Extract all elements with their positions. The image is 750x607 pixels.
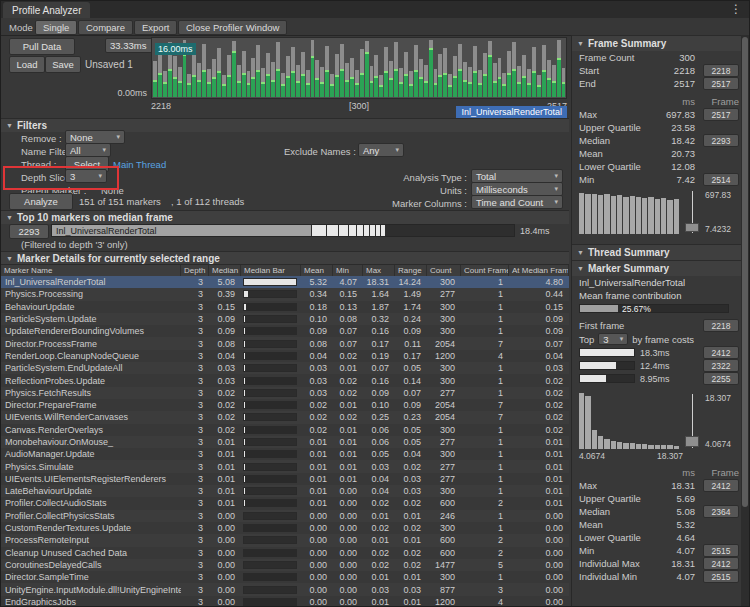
vertical-scrollbar[interactable] — [741, 35, 749, 607]
frame-button[interactable]: 2517 — [703, 77, 739, 90]
table-row[interactable]: Cleanup Unused Cached Data30.000.000.000… — [1, 547, 569, 559]
top-n-dropdown[interactable]: 3 ▾ — [598, 333, 628, 345]
table-row[interactable]: Director.SampleTime30.000.000.000.010.01… — [1, 571, 569, 583]
selected-marker-bar — [315, 78, 319, 97]
frame-button[interactable]: 2514 — [703, 173, 739, 186]
table-row[interactable]: UIEvents.WillRenderCanvases30.020.020.02… — [1, 411, 569, 423]
table-row[interactable]: ParticleSystem.EndUpdateAll30.030.030.01… — [1, 362, 569, 374]
table-row[interactable]: EndGraphicsJobs30.000.000.000.010.011200… — [1, 596, 569, 607]
top10-filter-note: (Filtered to depth '3' only) — [21, 239, 128, 250]
export-button[interactable]: Export — [134, 20, 177, 35]
table-row[interactable]: Inl_UniversalRenderTotal35.085.324.0718.… — [1, 276, 569, 288]
column-header[interactable]: Range — [395, 265, 427, 276]
selected-marker-bar — [261, 82, 265, 97]
frame-button[interactable]: 2293 — [9, 224, 49, 239]
kebab-menu-icon[interactable]: ⋮ — [730, 2, 742, 16]
table-row[interactable]: Physics.FetchResults30.020.030.020.090.0… — [1, 387, 569, 399]
table-row[interactable]: AudioManager.Update30.010.010.010.050.04… — [1, 448, 569, 460]
column-header[interactable]: Median Bar — [241, 265, 301, 276]
frame-button[interactable]: 2517 — [703, 108, 739, 121]
load-button[interactable]: Load — [9, 56, 45, 73]
table-row[interactable]: Profiler.CollectAudioStats30.010.010.000… — [1, 497, 569, 509]
table-row[interactable]: Canvas.RenderOverlays30.020.020.010.060.… — [1, 424, 569, 436]
units-dropdown[interactable]: Milliseconds ▾ — [471, 182, 563, 196]
value-cell: 0.00 — [209, 535, 241, 545]
mode-single-button[interactable]: Single — [35, 20, 77, 35]
column-header[interactable]: Min — [333, 265, 363, 276]
x-start-label: 2218 — [151, 101, 171, 111]
frame-button[interactable]: 2255 — [703, 372, 739, 385]
scrollbar-thumb[interactable] — [742, 37, 748, 507]
table-row[interactable]: Physics.Simulate30.010.010.010.030.02277… — [1, 460, 569, 472]
mode-compare-button[interactable]: Compare — [78, 20, 133, 35]
frame-button[interactable]: 2322 — [703, 359, 739, 372]
frame-summary-row: Upper Quartile23.58 — [572, 121, 743, 134]
frame-button[interactable]: 2515 — [703, 544, 739, 557]
column-header[interactable]: Depth — [181, 265, 209, 276]
save-button[interactable]: Save — [45, 56, 81, 73]
remove-dropdown[interactable]: None ▾ — [65, 130, 125, 144]
analyze-button[interactable]: Analyze — [9, 193, 73, 210]
table-row[interactable]: UIEvents.UIElementsRegisterRenderers30.0… — [1, 473, 569, 485]
table-row[interactable]: Director.PrepareFrame30.020.020.010.100.… — [1, 399, 569, 411]
column-header[interactable]: At Median Frame — [509, 265, 569, 276]
table-row[interactable]: CoroutinesDelayedCalls30.000.000.000.020… — [1, 559, 569, 571]
pull-data-button[interactable]: Pull Data — [9, 38, 75, 55]
analysis-type-dropdown[interactable]: Total ▾ — [471, 169, 563, 183]
frame-summary-row: End25172517 — [572, 77, 743, 90]
column-header[interactable]: Mean — [301, 265, 333, 276]
column-header[interactable]: Count Frame — [461, 265, 509, 276]
frame-button[interactable]: 2218 — [703, 64, 739, 77]
top10-segment — [357, 225, 363, 236]
value-cell: 0.02 — [363, 523, 395, 533]
depth-slice-dropdown[interactable]: 3 ▾ — [65, 169, 107, 183]
frame-button[interactable]: 2218 — [703, 319, 739, 332]
table-row[interactable]: ReflectionProbes.Update30.030.030.020.16… — [1, 374, 569, 386]
top10-foldout[interactable]: ▼ Top 10 markers on median frame — [1, 210, 569, 224]
value-cell: 0.02 — [333, 376, 363, 386]
marker-name-cell: UIEvents.WillRenderCanvases — [1, 412, 181, 422]
table-row[interactable]: UpdateRendererBoundingVolumes30.090.090.… — [1, 325, 569, 337]
table-row[interactable]: RenderLoop.CleanupNodeQueue30.040.040.02… — [1, 350, 569, 362]
thread-summary-foldout[interactable]: ▼ Thread Summary — [572, 244, 743, 260]
table-row[interactable]: LateBehaviourUpdate30.010.010.000.040.03… — [1, 485, 569, 497]
exclude-names-dropdown[interactable]: Any ▾ — [358, 143, 404, 157]
selected-marker-bar — [552, 81, 556, 97]
marker-details-foldout[interactable]: ▼ Marker Details for currently selected … — [1, 251, 569, 265]
column-header[interactable]: Max — [363, 265, 395, 276]
marker-summary-foldout[interactable]: ▼ Marker Summary — [572, 260, 743, 276]
selected-marker-bar — [207, 82, 211, 97]
column-header[interactable]: Median — [209, 265, 241, 276]
frame-button[interactable]: 2412 — [703, 479, 739, 492]
marker-name-cell: Director.ProcessFrame — [1, 339, 181, 349]
table-row[interactable]: CustomRenderTextures.Update30.000.000.00… — [1, 522, 569, 534]
frame-button[interactable]: 2293 — [703, 134, 739, 147]
frame-button[interactable]: 2515 — [703, 570, 739, 583]
window-tab[interactable]: Profile Analyzer — [3, 2, 90, 18]
value-cell: 1477 — [427, 560, 461, 570]
table-row[interactable]: Director.ProcessFrame30.080.080.070.170.… — [1, 337, 569, 349]
table-row[interactable]: BehaviourUpdate30.150.180.131.871.743001… — [1, 301, 569, 313]
selected-marker-bar — [345, 80, 349, 97]
frame-button[interactable]: 2412 — [703, 346, 739, 359]
close-profiler-window-button[interactable]: Close Profiler Window — [178, 20, 287, 35]
table-row[interactable]: UnityEngine.InputModule.dll!UnityEngineI… — [1, 583, 569, 595]
name-filter-dropdown[interactable]: All ▾ — [65, 143, 111, 157]
frame-button[interactable]: 2412 — [703, 557, 739, 570]
table-row[interactable]: Physics.Processing30.390.340.151.641.492… — [1, 288, 569, 300]
table-row[interactable]: Profiler.CollectPhysicsStats30.000.000.0… — [1, 510, 569, 522]
table-row[interactable]: ParticleSystem.Update30.090.100.080.320.… — [1, 313, 569, 325]
table-row[interactable]: ProcessRemoteInput30.000.000.000.010.016… — [1, 534, 569, 546]
value-cell: 0.03 — [301, 376, 333, 386]
frame-time-chart[interactable]: 16.00ms — [151, 37, 567, 99]
value-cell: 0.09 — [209, 314, 241, 324]
selected-marker-bar — [202, 70, 206, 97]
marker-columns-dropdown[interactable]: Time and Count ▾ — [471, 195, 563, 209]
frame-button[interactable]: 2364 — [703, 505, 739, 518]
column-header[interactable]: Count — [427, 265, 461, 276]
frame-summary-row: Min7.422514 — [572, 173, 743, 186]
value-cell: 0.00 — [509, 572, 569, 582]
table-row[interactable]: Monobehaviour.OnMouse_30.010.010.010.060… — [1, 436, 569, 448]
column-header[interactable]: Marker Name — [1, 265, 181, 276]
frame-summary-foldout[interactable]: ▼ Frame Summary — [572, 35, 743, 51]
